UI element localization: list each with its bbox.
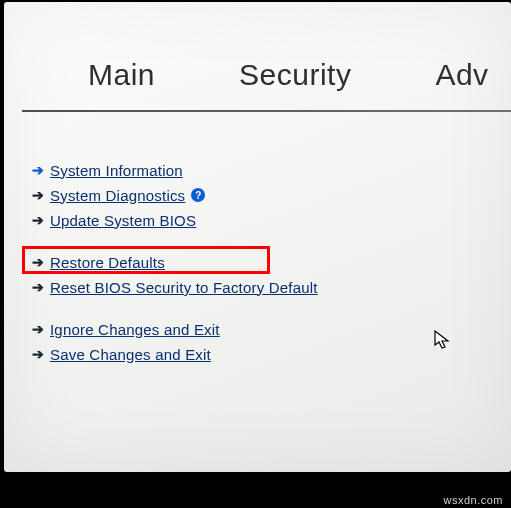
menu-group-info: ➔ System Information ➔ System Diagnostic… bbox=[28, 158, 324, 232]
menu-item-system-information[interactable]: ➔ System Information bbox=[28, 158, 324, 182]
menu-label: Save Changes and Exit bbox=[50, 346, 211, 363]
menu-group-exit: ➔ Ignore Changes and Exit ➔ Save Changes… bbox=[28, 317, 324, 366]
tab-advanced[interactable]: Adv bbox=[393, 58, 511, 106]
menu-item-system-diagnostics[interactable]: ➔ System Diagnostics ? bbox=[28, 183, 324, 207]
menu-item-update-system-bios[interactable]: ➔ Update System BIOS bbox=[28, 208, 324, 232]
tab-main[interactable]: Main bbox=[46, 58, 197, 106]
help-icon[interactable]: ? bbox=[191, 188, 205, 202]
arrow-icon: ➔ bbox=[32, 254, 46, 270]
mouse-cursor-icon bbox=[434, 330, 452, 352]
menu-label: System Information bbox=[50, 162, 183, 179]
menu-label: Update System BIOS bbox=[50, 212, 196, 229]
menu-label: Ignore Changes and Exit bbox=[50, 321, 220, 338]
menu-item-save-changes-and-exit[interactable]: ➔ Save Changes and Exit bbox=[28, 342, 324, 366]
watermark: wsxdn.com bbox=[443, 494, 503, 506]
arrow-icon: ➔ bbox=[32, 346, 46, 362]
menu-label: System Diagnostics bbox=[50, 187, 185, 204]
arrow-icon: ➔ bbox=[32, 321, 46, 337]
menu-label: Restore Defaults bbox=[50, 254, 165, 271]
bios-tab-bar: Main Security Adv bbox=[4, 2, 511, 106]
menu-group-defaults: ➔ Restore Defaults ➔ Reset BIOS Security… bbox=[28, 250, 324, 299]
arrow-icon: ➔ bbox=[32, 187, 46, 203]
bios-main-menu: ➔ System Information ➔ System Diagnostic… bbox=[28, 158, 324, 384]
tab-security[interactable]: Security bbox=[197, 58, 393, 106]
menu-label: Reset BIOS Security to Factory Default bbox=[50, 279, 318, 296]
arrow-icon: ➔ bbox=[32, 212, 46, 228]
arrow-icon: ➔ bbox=[32, 162, 46, 178]
arrow-icon: ➔ bbox=[32, 279, 46, 295]
tab-underline bbox=[22, 110, 511, 112]
menu-item-ignore-changes-and-exit[interactable]: ➔ Ignore Changes and Exit bbox=[28, 317, 324, 341]
menu-item-restore-defaults[interactable]: ➔ Restore Defaults bbox=[28, 250, 324, 274]
menu-item-reset-bios-security[interactable]: ➔ Reset BIOS Security to Factory Default bbox=[28, 275, 324, 299]
